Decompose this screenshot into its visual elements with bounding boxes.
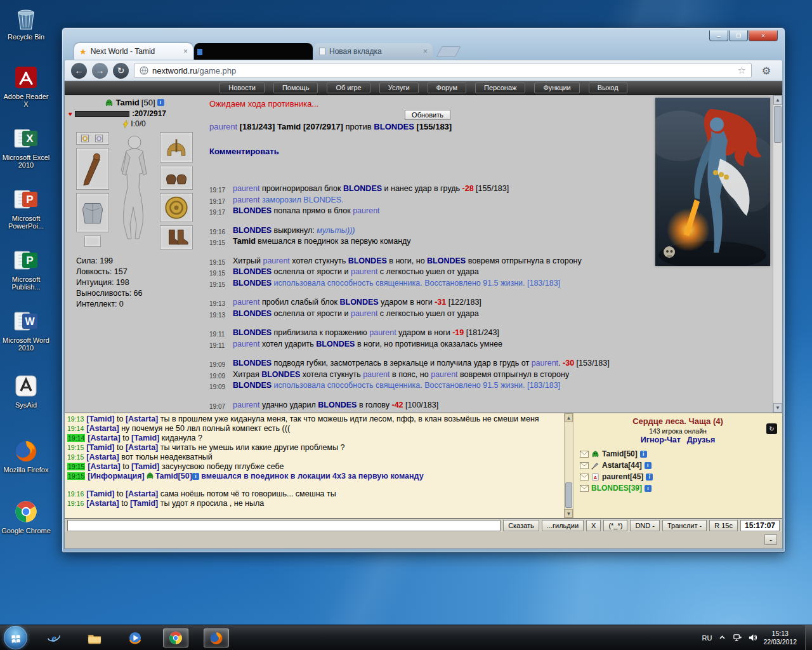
slot-weapon[interactable] [76,148,109,190]
desktop-icon-Microsoft Publish...[interactable]: PMicrosoft Publish... [1,246,51,291]
mail-icon[interactable] [580,474,589,481]
new-tab-button[interactable] [436,46,461,57]
scroll-up-icon[interactable]: ▲ [773,95,782,105]
chat-scroll-up-icon[interactable]: ▲ [565,413,573,422]
chatbar-button-R 15c[interactable]: R 15c [709,520,738,531]
window-close-button[interactable]: × [749,30,778,41]
desktop-icon-Microsoft PowerPoi...[interactable]: PMicrosoft PowerPoi... [1,185,51,230]
tray-expand-icon[interactable] [717,633,727,642]
chat-input[interactable] [67,520,501,531]
info-icon[interactable]: i [645,485,652,492]
desktop-icon-Recycle Bin[interactable]: Recycle Bin [1,4,51,41]
desktop-icon-Microsoft Excel 2010[interactable]: XMicrosoft Excel 2010 [1,124,51,169]
desktop-icon-Mozilla Firefox[interactable]: Mozilla Firefox [1,437,51,474]
panel-toggle-button[interactable]: ↻ [766,423,777,434]
desktop-icon-Microsoft Word 2010[interactable]: WMicrosoft Word 2010 [1,307,51,352]
info-icon[interactable]: i [157,99,164,106]
slot-rings[interactable] [76,132,109,145]
back-button[interactable]: ← [71,63,87,79]
refresh-button[interactable]: ↻ [113,63,129,79]
chatbar-button-Сказать[interactable]: Сказать [503,520,539,531]
chatbar-button-X[interactable]: X [586,520,601,531]
nav-button-Услуги[interactable]: Услуги [379,83,419,93]
taskbar-chrome-icon[interactable] [163,628,188,647]
taskbar-ie-icon[interactable]: e [41,628,67,647]
browser-toolbar: ← → ↻ nextworld.ru/game.php ☆ ⚙ [64,60,783,81]
menu-wrench-icon[interactable]: ⚙ [757,63,776,78]
show-desktop-button[interactable] [805,625,812,650]
taskbar-clock[interactable]: 15:13 22/03/2012 [763,630,799,646]
mail-icon[interactable] [580,462,589,469]
panel-link-Игнор-Чат[interactable]: Игнор-Чат [641,435,681,444]
slot-helmet[interactable] [160,132,193,162]
character-header[interactable]: Tamid [50] i [69,98,200,107]
scrollbar-track[interactable] [773,105,782,403]
panel-link-Друзья[interactable]: Друзья [687,435,715,444]
tab-nextworld[interactable]: ★ Next World - Tamid × [74,43,193,60]
scroll-down-icon[interactable]: ▼ [773,403,782,413]
desktop-icon-SysAid[interactable]: SysAid [1,372,51,409]
network-icon[interactable] [733,633,742,642]
info-icon[interactable]: i [640,451,647,458]
nav-button-Выход[interactable]: Выход [589,83,627,93]
scrollbar-thumb[interactable] [774,106,782,143]
chatbar-button-DND -[interactable]: DND - [630,520,660,531]
nav-button-Персонаж[interactable]: Персонаж [475,83,525,93]
volume-icon[interactable] [748,633,757,642]
chatbar-button-(*_*)[interactable]: (*_*) [603,520,627,531]
nav-button-Новости[interactable]: Новости [219,83,265,93]
adobe-reader-icon [12,63,40,91]
collapse-button[interactable]: - [764,534,777,545]
comment-link[interactable]: Комментировать [209,147,646,156]
stat-Выносливость: Выносливость: 66 [76,288,200,299]
chat-scrollbar[interactable]: ▲ ▼ [564,413,573,518]
nav-button-Функции[interactable]: Функции [534,83,579,93]
slot-gloves[interactable] [160,166,193,190]
player-name[interactable]: paurent[45] [602,472,643,481]
chatbar-button-...гильдии[interactable]: ...гильдии [542,520,584,531]
address-bar[interactable]: nextworld.ru/game.php ☆ [134,63,752,78]
nav-button-Об игре[interactable]: Об игре [327,83,370,93]
chatbar-button-Транслит -[interactable]: Транслит - [662,520,707,531]
info-icon[interactable]: i [646,474,653,481]
desktop-icon-Adobe Reader X[interactable]: Adobe Reader X [1,63,51,108]
start-button[interactable] [4,626,27,649]
chat-scroll-down-icon[interactable]: ▼ [565,509,573,518]
window-minimize-button[interactable]: – [709,30,728,41]
player-name[interactable]: BLONDES[39] [591,484,642,493]
window-maximize-button[interactable] [729,30,748,41]
taskbar-wmp-icon[interactable] [122,628,148,647]
player-name[interactable]: Astarta[44] [602,461,642,470]
tab-censored[interactable] [194,43,313,60]
player-name[interactable]: Tamid[50] [602,449,638,458]
mail-icon[interactable] [580,451,589,458]
language-indicator[interactable]: RU [702,634,712,642]
player-row: BLONDES[39]i [580,484,778,493]
mail-icon[interactable] [580,485,589,492]
info-icon[interactable]: i [192,473,199,480]
refresh-turn-button[interactable]: Обновить [405,110,450,120]
slot-boots[interactable] [160,225,193,249]
info-icon[interactable]: i [645,462,652,469]
slot-misc[interactable] [84,235,101,247]
taskbar-explorer-icon[interactable] [82,628,107,647]
tab-newtab[interactable]: Новая вкладка × [314,43,433,60]
nav-button-Форум[interactable]: Форум [428,83,466,93]
taskbar-firefox-icon[interactable] [204,628,229,647]
forward-button[interactable]: → [92,63,108,79]
battle-scrollbar[interactable]: ▲ ▼ [773,95,782,413]
slot-shield[interactable] [160,193,193,222]
chat-scrollbar-track[interactable] [565,422,573,509]
window-titlebar[interactable]: – × ★ Next World - Tamid × Новая вкладка… [64,28,783,60]
desktop-icon-Google Chrome[interactable]: Google Chrome [1,498,51,534]
slot-armor[interactable] [76,193,109,232]
nav-button-Помощь[interactable]: Помощь [273,83,318,93]
browser-window: – × ★ Next World - Tamid × Новая вкладка… [62,27,785,553]
tab-close-icon[interactable]: × [423,47,428,56]
system-tray: RU 15:13 22/03/2012 [702,625,812,650]
character-figure[interactable] [112,132,157,249]
tab-close-icon[interactable]: × [183,47,188,56]
bookmark-star-icon[interactable]: ☆ [738,65,746,76]
svg-text:P: P [26,194,33,206]
chat-scrollbar-thumb[interactable] [565,482,572,508]
